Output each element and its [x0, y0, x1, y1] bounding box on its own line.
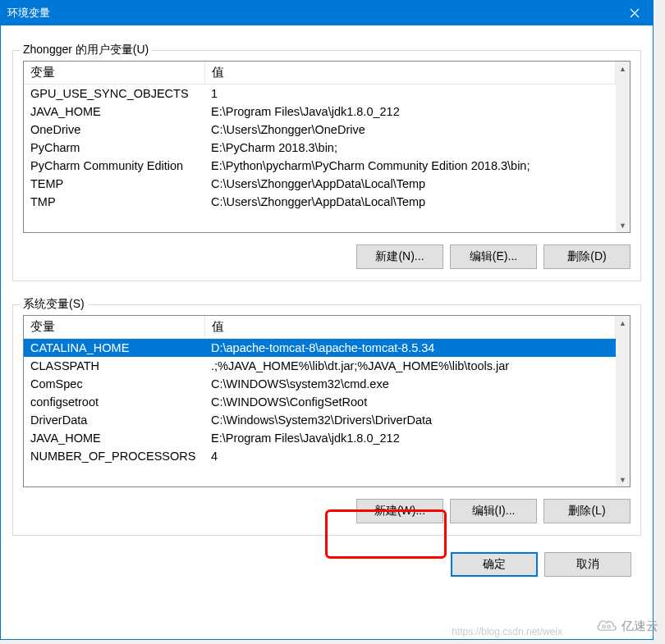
table-row[interactable]: TMPC:\Users\Zhongger\AppData\Local\Temp — [24, 193, 616, 211]
cell-variable: ComSpec — [24, 375, 204, 393]
user-vars-button-row: 新建(N)... 编辑(E)... 删除(D) — [23, 244, 631, 269]
cell-value: C:\Users\Zhongger\AppData\Local\Temp — [204, 193, 616, 211]
table-row[interactable]: PyCharmE:\PyCharm 2018.3\bin; — [24, 139, 616, 157]
cell-value: E:\Program Files\Java\jdk1.8.0_212 — [204, 103, 616, 121]
cell-value: C:\Users\Zhongger\OneDrive — [204, 121, 616, 139]
cell-variable: TEMP — [24, 175, 204, 193]
cell-value: E:\PyCharm 2018.3\bin; — [204, 139, 616, 157]
sys-vars-table[interactable]: 变量 值 CATALINA_HOMED:\apache-tomcat-8\apa… — [24, 316, 616, 465]
cell-variable: CATALINA_HOME — [24, 339, 204, 358]
cell-variable: GPU_USE_SYNC_OBJECTS — [24, 84, 204, 103]
dialog-footer-buttons: 确定 取消 — [12, 552, 641, 577]
table-row[interactable]: JAVA_HOMEE:\Program Files\Java\jdk1.8.0_… — [24, 103, 616, 121]
sys-vars-scrollbar[interactable]: ▲ ▼ — [616, 316, 630, 486]
cell-value: 1 — [204, 84, 616, 103]
user-new-button[interactable]: 新建(N)... — [356, 244, 443, 269]
window-title: 环境变量 — [7, 6, 616, 21]
cell-variable: NUMBER_OF_PROCESSORS — [24, 447, 204, 465]
table-row[interactable]: OneDriveC:\Users\Zhongger\OneDrive — [24, 121, 616, 139]
cell-variable: OneDrive — [24, 121, 204, 139]
cell-variable: TMP — [24, 193, 204, 211]
cell-value: C:\WINDOWS\ConfigSetRoot — [204, 393, 616, 411]
scroll-down-icon[interactable]: ▼ — [616, 218, 630, 232]
svg-point-0 — [603, 625, 606, 628]
table-row[interactable]: CATALINA_HOMED:\apache-tomcat-8\apache-t… — [24, 339, 616, 358]
dialog-content: Zhongger 的用户变量(U) 变量 值 GPU_USE_SYNC_OBJE… — [1, 25, 653, 588]
close-icon — [630, 8, 640, 18]
sys-new-button[interactable]: 新建(W)... — [356, 499, 443, 523]
cell-variable: configsetroot — [24, 393, 204, 411]
logo-corner: 亿速云 — [595, 617, 658, 636]
cell-variable: PyCharm — [24, 139, 204, 157]
svg-point-1 — [608, 625, 611, 628]
system-variables-group: 系统变量(S) 变量 值 CATALINA_HOMED:\apache-tomc… — [12, 304, 641, 536]
table-row[interactable]: DriverDataC:\Windows\System32\Drivers\Dr… — [24, 411, 616, 429]
sys-delete-button[interactable]: 删除(L) — [543, 499, 631, 523]
cell-value: D:\apache-tomcat-8\apache-tomcat-8.5.34 — [204, 339, 616, 358]
scroll-up-icon[interactable]: ▲ — [616, 316, 630, 330]
cell-variable: DriverData — [24, 411, 204, 429]
table-row[interactable]: TEMPC:\Users\Zhongger\AppData\Local\Temp — [24, 175, 616, 193]
cell-value: E:\Python\pycharm\PyCharm Community Edit… — [204, 157, 616, 175]
user-vars-label: Zhongger 的用户变量(U) — [20, 43, 152, 57]
user-vars-scrollbar[interactable]: ▲ ▼ — [616, 62, 630, 232]
cloud-icon — [595, 617, 618, 636]
cell-value: 4 — [204, 447, 616, 465]
table-row[interactable]: PyCharm Community EditionE:\Python\pycha… — [24, 157, 616, 175]
cell-value: C:\WINDOWS\system32\cmd.exe — [204, 375, 616, 393]
user-edit-button[interactable]: 编辑(E)... — [450, 244, 537, 269]
user-variables-group: Zhongger 的用户变量(U) 变量 值 GPU_USE_SYNC_OBJE… — [12, 50, 641, 281]
environment-variables-dialog: 环境变量 Zhongger 的用户变量(U) 变量 值 GPU — [0, 0, 654, 640]
cell-variable: JAVA_HOME — [24, 429, 204, 447]
sys-vars-label: 系统变量(S) — [20, 297, 88, 312]
table-row[interactable]: NUMBER_OF_PROCESSORS4 — [24, 447, 616, 465]
scroll-track[interactable] — [616, 330, 630, 473]
col-header-value[interactable]: 值 — [204, 62, 616, 84]
ok-button[interactable]: 确定 — [451, 552, 538, 577]
scroll-track[interactable] — [616, 75, 630, 218]
table-row[interactable]: GPU_USE_SYNC_OBJECTS1 — [24, 84, 616, 103]
sys-vars-button-row: 新建(W)... 编辑(I)... 删除(L) — [23, 499, 631, 523]
cell-value: C:\Windows\System32\Drivers\DriverData — [204, 411, 616, 429]
user-vars-table-container: 变量 值 GPU_USE_SYNC_OBJECTS1JAVA_HOMEE:\Pr… — [23, 61, 631, 233]
sys-edit-button[interactable]: 编辑(I)... — [450, 499, 537, 523]
sys-vars-table-container: 变量 值 CATALINA_HOMED:\apache-tomcat-8\apa… — [23, 315, 631, 487]
table-row[interactable]: ComSpecC:\WINDOWS\system32\cmd.exe — [24, 375, 616, 393]
col-header-variable[interactable]: 变量 — [24, 62, 204, 84]
scroll-up-icon[interactable]: ▲ — [616, 62, 630, 75]
titlebar: 环境变量 — [1, 1, 653, 25]
col-header-value[interactable]: 值 — [204, 316, 616, 339]
table-row[interactable]: CLASSPATH.;%JAVA_HOME%\lib\dt.jar;%JAVA_… — [24, 357, 616, 375]
logo-text: 亿速云 — [621, 619, 658, 634]
watermark-text: https://blog.csdn.net/weix — [452, 626, 562, 637]
cancel-button[interactable]: 取消 — [544, 552, 631, 577]
table-row[interactable]: configsetrootC:\WINDOWS\ConfigSetRoot — [24, 393, 616, 411]
cell-variable: CLASSPATH — [24, 357, 204, 375]
user-vars-table[interactable]: 变量 值 GPU_USE_SYNC_OBJECTS1JAVA_HOMEE:\Pr… — [24, 62, 616, 211]
close-button[interactable] — [616, 1, 653, 25]
cell-variable: PyCharm Community Edition — [24, 157, 204, 175]
col-header-variable[interactable]: 变量 — [24, 316, 204, 339]
scroll-down-icon[interactable]: ▼ — [616, 473, 630, 486]
cell-value: .;%JAVA_HOME%\lib\dt.jar;%JAVA_HOME%\lib… — [204, 357, 616, 375]
cell-value: E:\Program Files\Java\jdk1.8.0_212 — [204, 429, 616, 447]
table-row[interactable]: JAVA_HOMEE:\Program Files\Java\jdk1.8.0_… — [24, 429, 616, 447]
user-delete-button[interactable]: 删除(D) — [543, 244, 631, 269]
cell-value: C:\Users\Zhongger\AppData\Local\Temp — [204, 175, 616, 193]
cell-variable: JAVA_HOME — [24, 103, 204, 121]
